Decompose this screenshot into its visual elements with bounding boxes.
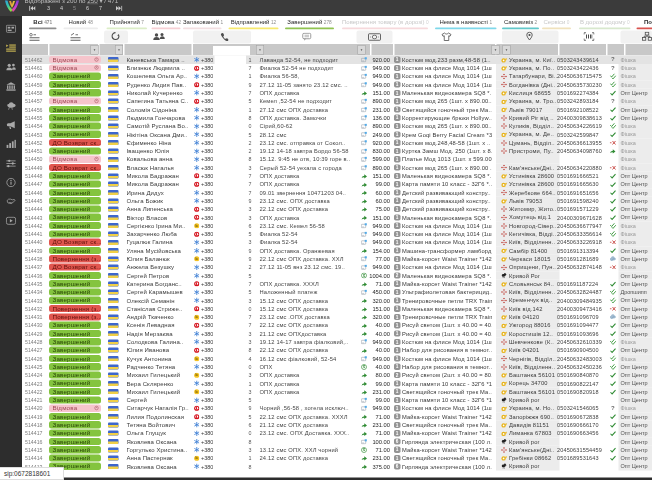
svg-text:lc: lc	[195, 224, 198, 228]
svg-text:lc: lc	[195, 315, 198, 319]
svg-text:lc: lc	[195, 357, 198, 361]
svg-text:lc: lc	[195, 257, 198, 261]
svg-text:lc: lc	[195, 373, 198, 377]
svg-text:lc: lc	[195, 390, 198, 394]
svg-text:lc: lc	[195, 456, 198, 460]
